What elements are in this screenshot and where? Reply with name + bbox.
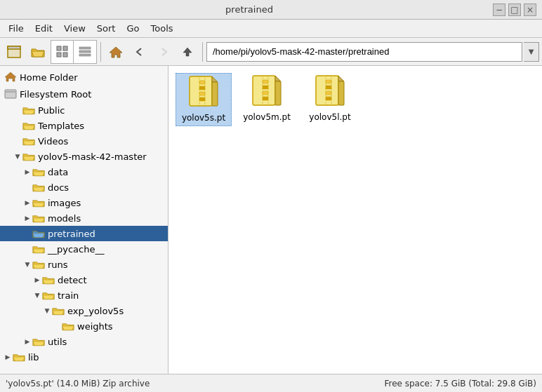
sidebar-tree-item-8[interactable]: pretrained [0,226,168,241]
sidebar-tree-item-2[interactable]: Videos [0,133,168,149]
sidebar-tree-item-15[interactable]: ▶ utils [0,334,168,349]
new-window-button[interactable] [3,41,25,63]
file-label-0: yolov5s.pt [182,113,225,123]
sidebar-home-label: Home Folder [20,72,78,83]
tree-expand-12[interactable]: ▼ [32,292,42,299]
svg-rect-18 [199,97,205,101]
svg-rect-6 [79,47,91,49]
tree-expand-7[interactable]: ▶ [22,215,32,222]
tree-expand-6[interactable]: ▶ [22,199,32,206]
file-label-1: yolov5m.pt [243,112,291,122]
sidebar-tree-item-9[interactable]: __pycache__ [0,241,168,257]
tree-label-8: pretrained [48,229,95,239]
svg-rect-10 [6,91,15,93]
icon-view-button[interactable] [51,41,74,63]
home-button[interactable] [105,41,127,63]
menu-item-view[interactable]: View [58,22,91,35]
svg-rect-23 [263,80,268,83]
file-icon-0 [187,76,220,110]
status-right: Free space: 7.5 GiB (Total: 29.8 GiB) [384,379,536,388]
file-item-2[interactable]: yolov5l.pt [302,73,358,126]
svg-rect-32 [326,86,331,89]
sidebar-tree-item-10[interactable]: ▼ runs [0,257,168,272]
tree-expand-15[interactable]: ▶ [22,338,32,345]
folder-icon-0 [22,104,35,116]
tree-expand-16[interactable]: ▶ [3,353,13,360]
tree-expand-3[interactable]: ▼ [13,153,22,160]
tree-label-6: images [48,198,81,208]
folder-icon-1 [22,119,35,132]
sidebar-tree-item-5[interactable]: docs [0,180,168,195]
sidebar-tree-item-13[interactable]: ▼ exp_yolov5s [0,303,168,318]
svg-rect-7 [79,50,91,53]
sidebar-tree-item-11[interactable]: ▶ detect [0,272,168,288]
tree-label-2: Videos [38,136,68,147]
sidebar-tree-item-7[interactable]: ▶ models [0,210,168,226]
svg-rect-3 [63,46,67,50]
svg-rect-24 [263,86,268,89]
menu-item-go[interactable]: Go [121,22,145,35]
sidebar-tree-item-16[interactable]: ▶ lib [0,349,168,365]
back-button[interactable] [128,41,151,63]
maximize-button[interactable]: □ [508,4,521,16]
sidebar-tree-item-0[interactable]: Public [0,102,168,118]
sidebar-tree-item-12[interactable]: ▼ train [0,288,168,303]
svg-marker-28 [338,76,344,81]
sidebar-filesystem-label: Filesystem Root [20,89,91,100]
minimize-button[interactable]: − [493,4,505,16]
tree-label-12: train [58,290,79,301]
menu-item-sort[interactable]: Sort [91,22,121,35]
tree-expand-11[interactable]: ▶ [32,276,42,283]
file-item-0[interactable]: yolov5s.pt [176,73,232,126]
filesystem-icon [4,88,17,100]
tree-label-10: runs [48,259,68,270]
file-icon-1 [250,76,284,109]
file-panel: yolov5s.pt yolov5m.pt yolov5l.pt [168,66,542,374]
file-icon-2 [313,76,347,109]
file-label-2: yolov5l.pt [309,112,350,122]
toolbar-separator-1 [100,42,101,62]
sidebar-tree-item-1[interactable]: Templates [0,118,168,133]
folder-icon-8 [32,227,45,240]
svg-rect-8 [79,54,91,56]
tree-expand-13[interactable]: ▼ [42,307,52,314]
sidebar-tree-item-4[interactable]: ▶ data [0,164,168,180]
menu-item-edit[interactable]: Edit [29,22,58,35]
forward-button[interactable] [152,41,175,63]
tree-expand-4[interactable]: ▶ [22,168,32,175]
up-button[interactable] [176,41,199,63]
sidebar-item-filesystem[interactable]: Filesystem Root [0,86,168,102]
menu-bar: FileEditViewSortGoTools [0,20,542,38]
tree-label-11: detect [58,275,87,285]
folder-icon-6 [32,196,45,209]
tree-label-15: utils [48,337,67,347]
sidebar: Home Folder Filesystem Root Public Templ… [0,66,168,374]
tree-label-5: docs [48,182,69,193]
folder-icon-14 [62,320,74,332]
address-input[interactable] [206,42,522,62]
tree-label-9: __pycache__ [48,244,104,255]
svg-rect-29 [338,81,344,105]
folder-icon-4 [32,165,45,178]
svg-rect-17 [199,92,205,95]
window-title: pretrained [6,4,493,15]
address-dropdown-button[interactable]: ▼ [524,42,539,62]
menu-item-tools[interactable]: Tools [145,22,179,35]
open-folder-button[interactable] [27,41,49,63]
svg-rect-16 [199,86,205,90]
folder-icon-5 [32,181,45,194]
tree-expand-10[interactable]: ▼ [22,261,32,268]
folder-icon-16 [13,351,25,363]
sidebar-tree-item-6[interactable]: ▶ images [0,195,168,210]
sidebar-item-home[interactable]: Home Folder [0,69,168,86]
tree-label-13: exp_yolov5s [67,306,124,316]
sidebar-tree-item-3[interactable]: ▼ yolov5-mask-42-master [0,149,168,164]
tree-label-14: weights [77,321,113,332]
close-button[interactable]: × [524,4,536,16]
svg-rect-2 [57,46,61,50]
list-view-button[interactable] [74,41,96,63]
svg-rect-5 [63,53,67,57]
menu-item-file[interactable]: File [3,22,29,35]
file-item-1[interactable]: yolov5m.pt [239,73,295,126]
sidebar-tree-item-14[interactable]: weights [0,318,168,334]
